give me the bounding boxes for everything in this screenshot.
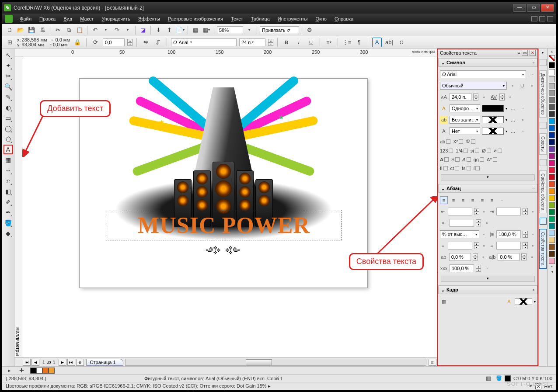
- polygon-tool[interactable]: ⬠: [3, 134, 13, 144]
- swatch[interactable]: [549, 230, 555, 236]
- swatch[interactable]: [549, 209, 555, 215]
- symbol-collapse-button[interactable]: ▾: [441, 174, 535, 180]
- docker-collapse-icon[interactable]: »: [517, 50, 520, 56]
- swatch[interactable]: [549, 69, 555, 75]
- swatch[interactable]: [549, 188, 555, 194]
- rotation-up[interactable]: ▴: [127, 39, 133, 42]
- align-none-button[interactable]: ≡: [440, 196, 448, 204]
- open-button[interactable]: 📂: [16, 25, 25, 35]
- outline-tool[interactable]: ✒: [3, 208, 13, 217]
- text-align-button[interactable]: ≡: [324, 38, 334, 47]
- align-right-button[interactable]: ≡: [469, 196, 477, 204]
- after-spacing-input[interactable]: [496, 242, 521, 250]
- mirror-h-button[interactable]: ⇋: [141, 38, 150, 47]
- text-props-icon[interactable]: [540, 218, 547, 225]
- left-indent-input[interactable]: [448, 208, 472, 215]
- doc-swatch[interactable]: [30, 368, 36, 374]
- mdi-close-button[interactable]: [547, 16, 553, 21]
- canvas[interactable]: ★ ★ ★ ★: [22, 56, 437, 357]
- frame-columns-icon[interactable]: ▦: [440, 298, 448, 305]
- bgfill-type-dropdown[interactable]: Без зали…: [450, 116, 480, 124]
- section-paragraph-header[interactable]: Абзац▫: [438, 184, 537, 193]
- menu-view[interactable]: Вид: [60, 15, 76, 23]
- menu-tools[interactable]: Инструменты: [274, 15, 311, 23]
- align-force-button[interactable]: ≡: [488, 196, 496, 204]
- swatch-none[interactable]: [549, 55, 555, 61]
- tab-text-properties[interactable]: Свойства текста: [539, 229, 547, 268]
- copy-button[interactable]: ⧉: [64, 25, 73, 35]
- rectangle-tool[interactable]: ▭: [3, 113, 13, 123]
- tab-object-properties[interactable]: Свойства объекта: [539, 170, 547, 213]
- doc-palette-add-icon[interactable]: ✚: [18, 367, 25, 374]
- fill-type-dropdown[interactable]: Одноро…: [450, 104, 480, 112]
- mdi-restore-button[interactable]: [539, 16, 545, 21]
- first-indent-input[interactable]: [450, 219, 474, 227]
- vertical-ruler[interactable]: миллиметры: [14, 56, 22, 357]
- close-button[interactable]: ✕: [541, 4, 554, 12]
- menu-table[interactable]: Таблица: [248, 15, 273, 23]
- swatch[interactable]: [549, 237, 555, 243]
- redo-button[interactable]: ↷: [112, 25, 122, 35]
- docker-expand-button[interactable]: ▭: [522, 50, 528, 56]
- docker-underline-button[interactable]: U: [518, 82, 526, 90]
- save-button[interactable]: 💾: [27, 25, 36, 35]
- obj-manager-icon[interactable]: [540, 59, 547, 66]
- zoom-dropdown[interactable]: [244, 25, 254, 35]
- fill-tool[interactable]: 🪣: [3, 218, 13, 228]
- word-spacing-input[interactable]: [498, 253, 520, 261]
- swatch[interactable]: [549, 223, 555, 229]
- align-center-button[interactable]: ≡: [459, 196, 467, 204]
- zoom-tool[interactable]: 🔍: [3, 82, 13, 91]
- menu-layout[interactable]: Макет: [77, 15, 97, 23]
- underline-button[interactable]: U: [306, 38, 316, 47]
- swatch[interactable]: [549, 202, 555, 208]
- text-tool[interactable]: A: [3, 145, 13, 154]
- swatch[interactable]: [549, 111, 555, 117]
- swatch[interactable]: [549, 132, 555, 138]
- edit-text-button[interactable]: ab|: [384, 38, 394, 47]
- docker-titlebar[interactable]: Свойства текста » ▭ ✕: [437, 49, 538, 57]
- swatch[interactable]: [549, 146, 555, 152]
- tab-hints[interactable]: Советы: [539, 133, 547, 155]
- page-add-button[interactable]: ⊕: [76, 359, 84, 366]
- swatch[interactable]: [549, 62, 555, 68]
- outline-type-dropdown[interactable]: Нет: [450, 127, 480, 135]
- palette-flyout-button[interactable]: ◂: [549, 270, 555, 275]
- section-symbol-header[interactable]: Символ▫: [438, 58, 537, 67]
- connector-tool[interactable]: ⎌: [3, 176, 13, 186]
- doc-swatch[interactable]: [42, 368, 49, 374]
- rotation-input[interactable]: [103, 38, 125, 46]
- text-frame[interactable]: MUSIC POWER: [106, 210, 342, 240]
- tab-object-manager[interactable]: Диспетчер объектов: [539, 70, 547, 118]
- outline-color-swatch[interactable]: [482, 128, 504, 135]
- dimension-tool[interactable]: ↔: [3, 166, 13, 175]
- swatch[interactable]: [549, 251, 555, 257]
- paragraph-collapse-button[interactable]: ▾: [441, 276, 535, 282]
- font-family-dropdown[interactable]: O Arial: [171, 38, 237, 46]
- shape-tool[interactable]: ✦: [3, 61, 13, 70]
- eyedropper-tool[interactable]: ✐: [3, 197, 13, 207]
- welcome-button[interactable]: ▦: [202, 25, 211, 35]
- doc-swatch[interactable]: [36, 368, 42, 374]
- navigator-button[interactable]: ◫: [429, 359, 436, 366]
- menu-file[interactable]: Файл: [16, 15, 35, 23]
- swatch[interactable]: [549, 76, 555, 82]
- search-content-button[interactable]: ◪: [138, 25, 148, 35]
- page-last-button[interactable]: ⏭: [67, 359, 75, 366]
- spacing-mode-dropdown[interactable]: % от выс…: [440, 230, 479, 238]
- dropcap-button[interactable]: ¶: [354, 38, 364, 47]
- menu-help[interactable]: Справка: [331, 15, 357, 23]
- swatch[interactable]: [549, 125, 555, 131]
- docker-size-input[interactable]: [450, 93, 471, 101]
- options-button[interactable]: ⚙: [305, 25, 314, 35]
- docker-close-button[interactable]: ✕: [530, 50, 536, 56]
- palette-up-button[interactable]: ▴: [549, 49, 555, 55]
- menu-effects[interactable]: Эффекты: [135, 15, 164, 23]
- swatch[interactable]: [549, 195, 555, 201]
- doc-swatch[interactable]: [49, 368, 55, 374]
- publish-pdf-button[interactable]: 📄: [175, 25, 185, 35]
- menu-edit[interactable]: Правка: [36, 15, 59, 23]
- rotation-down[interactable]: ▾: [127, 42, 133, 46]
- cut-button[interactable]: ✂: [53, 25, 63, 35]
- undo-history-button[interactable]: [101, 25, 111, 35]
